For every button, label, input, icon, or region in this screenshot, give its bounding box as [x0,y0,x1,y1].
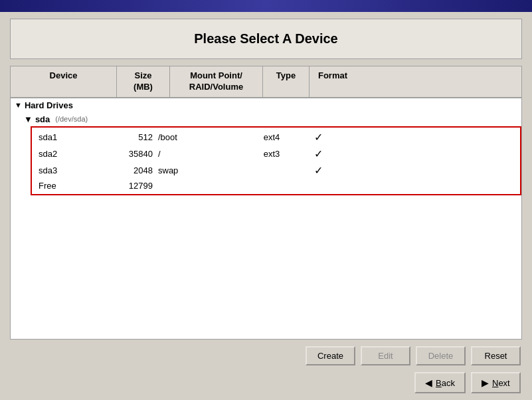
back-button[interactable]: ◀ Back [414,372,466,393]
main-container: Please Select A Device Device Size(MB) M… [0,12,532,400]
sda-group[interactable]: ▼ sda (/dev/sda) [11,112,521,126]
partition-mount [155,185,248,186]
partition-device: Free [36,180,102,191]
partition-size: 35840 [102,148,155,159]
partition-format [295,185,341,186]
content-area: Device Size(MB) Mount Point/RAID/Volume … [10,66,522,340]
partition-device: sda1 [36,132,102,143]
col-size: Size(MB) [117,66,170,97]
sda-toggle[interactable]: ▼ [24,114,33,124]
table-row[interactable]: Free 12799 [32,179,520,193]
partition-type: ext4 [248,132,295,143]
table-row[interactable]: sda3 2048 swap ✓ [32,162,520,179]
top-bar [0,0,532,12]
partition-mount: swap [155,165,248,176]
next-icon: ▶ [482,377,489,388]
partition-mount: /boot [155,132,248,143]
delete-button[interactable]: Delete [416,346,466,365]
col-format: Format [310,66,356,97]
hard-drives-toggle[interactable]: ▼ [15,101,22,109]
partition-type [248,185,295,186]
partition-type [248,169,295,171]
partition-device: sda3 [36,165,102,176]
hard-drives-label: Hard Drives [25,100,73,110]
edit-button[interactable]: Edit [361,346,410,365]
back-label: Back [436,378,455,388]
page-title: Please Select A Device [23,31,509,47]
sda-label: sda [35,114,50,124]
table-body: ▼ Hard Drives ▼ sda (/dev/sda) sda1 512 … [11,98,521,339]
table-row[interactable]: sda2 35840 / ext3 ✓ [32,146,520,162]
reset-button[interactable]: Reset [471,346,521,365]
sda-path: (/dev/sda) [55,115,88,123]
table-row[interactable]: sda1 512 /boot ext4 ✓ [32,129,520,146]
col-device: Device [11,66,117,97]
partition-type: ext3 [248,148,295,159]
nav-buttons: ◀ Back ▶ Next [10,372,522,393]
title-area: Please Select A Device [10,19,522,59]
partitions-container: sda1 512 /boot ext4 ✓ sda2 35840 / ext3 … [31,126,521,195]
partition-size: 2048 [102,165,155,176]
next-button[interactable]: ▶ Next [471,372,521,393]
next-label: Next [492,378,510,388]
action-buttons: Create Edit Delete Reset [10,346,522,365]
back-icon: ◀ [425,377,432,388]
hard-drives-group[interactable]: ▼ Hard Drives [11,98,521,112]
col-mount: Mount Point/RAID/Volume [170,66,263,97]
partition-format: ✓ [295,130,341,144]
partition-format: ✓ [295,163,341,177]
table-header: Device Size(MB) Mount Point/RAID/Volume … [11,66,521,98]
partition-size: 512 [102,132,155,143]
partition-device: sda2 [36,148,102,159]
create-button[interactable]: Create [306,346,355,365]
col-type: Type [263,66,310,97]
partition-mount: / [155,148,248,159]
partition-size: 12799 [102,180,155,191]
partition-format: ✓ [295,147,341,161]
